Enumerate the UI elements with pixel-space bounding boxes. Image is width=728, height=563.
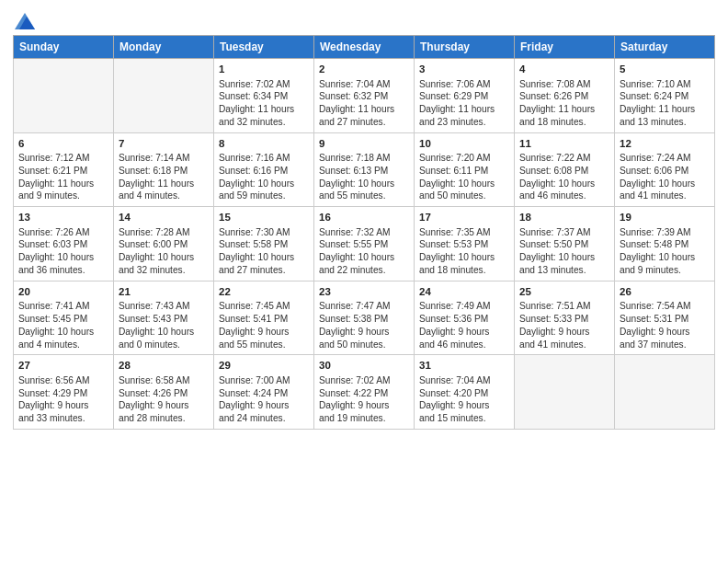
day-number: 21 xyxy=(119,285,209,300)
col-header-tuesday: Tuesday xyxy=(214,36,314,59)
day-number: 17 xyxy=(419,211,509,225)
day-info: Sunrise: 7:04 AM Sunset: 4:20 PM Dayligh… xyxy=(419,374,509,425)
day-number: 26 xyxy=(620,285,710,300)
week-row-2: 6Sunrise: 7:12 AM Sunset: 6:21 PM Daylig… xyxy=(14,132,715,207)
day-cell xyxy=(515,355,615,430)
day-info: Sunrise: 6:56 AM Sunset: 4:29 PM Dayligh… xyxy=(18,374,108,425)
col-header-wednesday: Wednesday xyxy=(314,36,415,59)
day-cell: 16Sunrise: 7:32 AM Sunset: 5:55 PM Dayli… xyxy=(314,207,415,282)
day-number: 20 xyxy=(18,285,108,300)
day-number: 14 xyxy=(119,211,209,225)
col-header-monday: Monday xyxy=(114,36,214,59)
day-info: Sunrise: 7:20 AM Sunset: 6:11 PM Dayligh… xyxy=(419,152,509,202)
day-cell: 4Sunrise: 7:08 AM Sunset: 6:26 PM Daylig… xyxy=(515,59,615,133)
day-info: Sunrise: 7:45 AM Sunset: 5:41 PM Dayligh… xyxy=(219,300,309,350)
col-header-thursday: Thursday xyxy=(415,36,515,59)
calendar: SundayMondayTuesdayWednesdayThursdayFrid… xyxy=(13,35,715,430)
day-number: 13 xyxy=(18,211,108,225)
day-number: 3 xyxy=(419,63,509,77)
day-cell: 7Sunrise: 7:14 AM Sunset: 6:18 PM Daylig… xyxy=(114,132,214,207)
day-info: Sunrise: 7:35 AM Sunset: 5:53 PM Dayligh… xyxy=(419,226,509,277)
day-cell: 14Sunrise: 7:28 AM Sunset: 6:00 PM Dayli… xyxy=(114,207,214,282)
day-cell: 22Sunrise: 7:45 AM Sunset: 5:41 PM Dayli… xyxy=(214,281,314,355)
day-info: Sunrise: 7:24 AM Sunset: 6:06 PM Dayligh… xyxy=(620,152,710,202)
day-cell: 31Sunrise: 7:04 AM Sunset: 4:20 PM Dayli… xyxy=(415,355,515,430)
week-row-5: 27Sunrise: 6:56 AM Sunset: 4:29 PM Dayli… xyxy=(14,355,715,430)
day-info: Sunrise: 7:02 AM Sunset: 6:34 PM Dayligh… xyxy=(219,78,309,129)
day-cell: 5Sunrise: 7:10 AM Sunset: 6:24 PM Daylig… xyxy=(615,59,715,133)
day-number: 10 xyxy=(419,137,509,152)
day-cell xyxy=(14,59,114,133)
day-number: 16 xyxy=(319,211,409,225)
col-header-friday: Friday xyxy=(515,36,615,59)
day-number: 2 xyxy=(319,63,409,77)
day-info: Sunrise: 7:02 AM Sunset: 4:22 PM Dayligh… xyxy=(319,374,409,425)
day-number: 6 xyxy=(18,137,108,152)
day-number: 8 xyxy=(219,137,309,152)
day-info: Sunrise: 7:41 AM Sunset: 5:45 PM Dayligh… xyxy=(18,300,108,350)
day-number: 7 xyxy=(119,137,209,152)
day-cell: 30Sunrise: 7:02 AM Sunset: 4:22 PM Dayli… xyxy=(314,355,415,430)
day-cell: 23Sunrise: 7:47 AM Sunset: 5:38 PM Dayli… xyxy=(314,281,415,355)
calendar-header-row: SundayMondayTuesdayWednesdayThursdayFrid… xyxy=(14,36,715,59)
day-cell: 10Sunrise: 7:20 AM Sunset: 6:11 PM Dayli… xyxy=(415,132,515,207)
day-number: 31 xyxy=(419,359,509,373)
day-number: 18 xyxy=(519,211,609,225)
day-number: 5 xyxy=(620,63,710,77)
day-info: Sunrise: 7:26 AM Sunset: 6:03 PM Dayligh… xyxy=(18,226,108,277)
logo-icon xyxy=(15,13,35,29)
day-cell: 11Sunrise: 7:22 AM Sunset: 6:08 PM Dayli… xyxy=(515,132,615,207)
day-number: 4 xyxy=(519,63,609,77)
day-cell: 2Sunrise: 7:04 AM Sunset: 6:32 PM Daylig… xyxy=(314,59,415,133)
day-info: Sunrise: 7:43 AM Sunset: 5:43 PM Dayligh… xyxy=(119,300,209,350)
day-info: Sunrise: 7:49 AM Sunset: 5:36 PM Dayligh… xyxy=(419,300,509,350)
day-info: Sunrise: 7:08 AM Sunset: 6:26 PM Dayligh… xyxy=(519,78,609,129)
day-cell: 6Sunrise: 7:12 AM Sunset: 6:21 PM Daylig… xyxy=(14,132,114,207)
day-number: 29 xyxy=(219,359,309,373)
day-cell: 21Sunrise: 7:43 AM Sunset: 5:43 PM Dayli… xyxy=(114,281,214,355)
day-number: 15 xyxy=(219,211,309,225)
col-header-saturday: Saturday xyxy=(615,36,715,59)
day-cell: 13Sunrise: 7:26 AM Sunset: 6:03 PM Dayli… xyxy=(14,207,114,282)
day-cell: 24Sunrise: 7:49 AM Sunset: 5:36 PM Dayli… xyxy=(415,281,515,355)
day-info: Sunrise: 7:47 AM Sunset: 5:38 PM Dayligh… xyxy=(319,300,409,350)
day-info: Sunrise: 7:06 AM Sunset: 6:29 PM Dayligh… xyxy=(419,78,509,129)
day-cell xyxy=(615,355,715,430)
day-info: Sunrise: 7:14 AM Sunset: 6:18 PM Dayligh… xyxy=(119,152,209,202)
day-number: 22 xyxy=(219,285,309,300)
day-info: Sunrise: 7:51 AM Sunset: 5:33 PM Dayligh… xyxy=(519,300,609,350)
week-row-1: 1Sunrise: 7:02 AM Sunset: 6:34 PM Daylig… xyxy=(14,59,715,133)
day-cell: 8Sunrise: 7:16 AM Sunset: 6:16 PM Daylig… xyxy=(214,132,314,207)
day-info: Sunrise: 7:10 AM Sunset: 6:24 PM Dayligh… xyxy=(620,78,710,129)
day-info: Sunrise: 7:54 AM Sunset: 5:31 PM Dayligh… xyxy=(620,300,710,350)
day-number: 28 xyxy=(119,359,209,373)
day-info: Sunrise: 7:04 AM Sunset: 6:32 PM Dayligh… xyxy=(319,78,409,129)
day-cell: 28Sunrise: 6:58 AM Sunset: 4:26 PM Dayli… xyxy=(114,355,214,430)
day-number: 1 xyxy=(219,63,309,77)
day-number: 27 xyxy=(18,359,108,373)
day-cell: 29Sunrise: 7:00 AM Sunset: 4:24 PM Dayli… xyxy=(214,355,314,430)
col-header-sunday: Sunday xyxy=(14,36,114,59)
day-info: Sunrise: 7:16 AM Sunset: 6:16 PM Dayligh… xyxy=(219,152,309,202)
day-number: 9 xyxy=(319,137,409,152)
day-number: 12 xyxy=(620,137,710,152)
day-cell: 15Sunrise: 7:30 AM Sunset: 5:58 PM Dayli… xyxy=(214,207,314,282)
day-info: Sunrise: 7:28 AM Sunset: 6:00 PM Dayligh… xyxy=(119,226,209,277)
day-cell: 9Sunrise: 7:18 AM Sunset: 6:13 PM Daylig… xyxy=(314,132,415,207)
day-cell: 18Sunrise: 7:37 AM Sunset: 5:50 PM Dayli… xyxy=(515,207,615,282)
day-cell: 19Sunrise: 7:39 AM Sunset: 5:48 PM Dayli… xyxy=(615,207,715,282)
day-cell xyxy=(114,59,214,133)
day-info: Sunrise: 7:37 AM Sunset: 5:50 PM Dayligh… xyxy=(519,226,609,277)
day-number: 24 xyxy=(419,285,509,300)
day-cell: 12Sunrise: 7:24 AM Sunset: 6:06 PM Dayli… xyxy=(615,132,715,207)
day-number: 11 xyxy=(519,137,609,152)
header xyxy=(13,9,715,29)
day-info: Sunrise: 7:00 AM Sunset: 4:24 PM Dayligh… xyxy=(219,374,309,425)
day-info: Sunrise: 7:32 AM Sunset: 5:55 PM Dayligh… xyxy=(319,226,409,277)
day-number: 23 xyxy=(319,285,409,300)
day-cell: 27Sunrise: 6:56 AM Sunset: 4:29 PM Dayli… xyxy=(14,355,114,430)
day-info: Sunrise: 7:12 AM Sunset: 6:21 PM Dayligh… xyxy=(18,152,108,202)
day-number: 25 xyxy=(519,285,609,300)
day-info: Sunrise: 7:18 AM Sunset: 6:13 PM Dayligh… xyxy=(319,152,409,202)
day-number: 30 xyxy=(319,359,409,373)
